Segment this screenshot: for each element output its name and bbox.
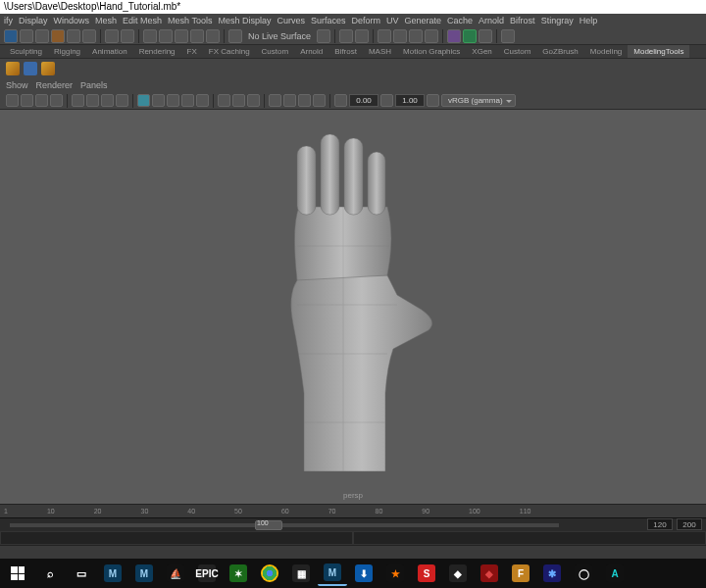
- gate-mask-icon[interactable]: [116, 94, 128, 107]
- taskbar-app-icon[interactable]: ◆: [443, 561, 473, 586]
- taskbar-app-icon[interactable]: ★: [380, 561, 410, 586]
- exposure-icon[interactable]: [334, 94, 347, 107]
- menu-windows[interactable]: Windows: [54, 16, 90, 25]
- wireframe-icon[interactable]: [137, 94, 150, 107]
- shelf-item-sphere-icon[interactable]: [41, 62, 55, 75]
- shelf-tab-custom[interactable]: Custom: [498, 45, 537, 58]
- search-icon[interactable]: ⌕: [35, 561, 65, 586]
- gamma-value[interactable]: 1.00: [395, 94, 425, 107]
- film-gate-icon[interactable]: [86, 94, 99, 107]
- panel-menu-panels[interactable]: Panels: [80, 80, 108, 90]
- bookmark-icon[interactable]: [35, 94, 48, 107]
- aa-icon[interactable]: [298, 94, 311, 107]
- chevron-icon[interactable]: [317, 29, 330, 43]
- shelf-tab-arnold[interactable]: Arnold: [294, 45, 328, 58]
- view-transform-icon[interactable]: [427, 94, 439, 107]
- magnet-icon[interactable]: [228, 29, 242, 43]
- shelf-tab-gozbrush[interactable]: GoZBrush: [536, 45, 583, 58]
- paint-select-icon[interactable]: [35, 29, 49, 43]
- taskbar-app-icon[interactable]: [255, 561, 284, 586]
- menu-edit-mesh[interactable]: Edit Mesh: [123, 16, 162, 25]
- ao-icon[interactable]: [269, 94, 281, 107]
- range-end-a[interactable]: 120: [647, 518, 673, 530]
- shelf-tab-fx[interactable]: FX: [181, 45, 203, 58]
- shelf-tab-rigging[interactable]: Rigging: [48, 45, 86, 58]
- shelf-tab-modeling[interactable]: Modeling: [584, 45, 628, 58]
- menu-display[interactable]: Display: [19, 16, 48, 25]
- history-off-icon[interactable]: [355, 29, 369, 43]
- panel-layout-icon[interactable]: [447, 29, 461, 43]
- shelf-tab-animation[interactable]: Animation: [86, 45, 133, 58]
- range-end-b[interactable]: 200: [677, 518, 702, 530]
- shelf-item-cube-icon[interactable]: [6, 62, 20, 75]
- dof-icon[interactable]: [313, 94, 326, 107]
- exposure-value[interactable]: 0.00: [349, 94, 378, 107]
- menu-cache[interactable]: Cache: [447, 16, 473, 25]
- taskbar-app-icon[interactable]: S: [412, 561, 441, 586]
- menu-stingray[interactable]: Stingray: [541, 16, 574, 25]
- image-plane-icon[interactable]: [50, 94, 63, 107]
- shelf-tab-modelingtools[interactable]: ModelingTools: [628, 45, 689, 58]
- snap-point-icon[interactable]: [175, 29, 188, 43]
- history-on-icon[interactable]: [339, 29, 353, 43]
- volume-icon[interactable]: [479, 29, 492, 43]
- move-tool-icon[interactable]: [51, 29, 65, 43]
- panel-menu-show[interactable]: Show: [6, 80, 28, 90]
- render-view-icon[interactable]: [425, 29, 438, 43]
- taskbar-app-icon[interactable]: M: [318, 561, 347, 586]
- taskbar-app-icon[interactable]: ◆: [475, 561, 504, 586]
- task-view-icon[interactable]: ▭: [67, 561, 96, 586]
- smooth-shade-icon[interactable]: [152, 94, 165, 107]
- shelf-tab-custom[interactable]: Custom: [256, 45, 295, 58]
- gamma-icon[interactable]: [380, 94, 393, 107]
- menu-curves[interactable]: Curves: [277, 16, 305, 25]
- taskbar-app-icon[interactable]: ⬇: [349, 561, 378, 586]
- menu-surfaces[interactable]: Surfaces: [311, 16, 346, 25]
- render-settings-icon[interactable]: [409, 29, 423, 43]
- shelf-tab-rendering[interactable]: Rendering: [133, 45, 181, 58]
- taskbar-app-icon[interactable]: A: [600, 561, 630, 586]
- taskbar-app-icon[interactable]: M: [129, 561, 159, 586]
- xray-joints-icon[interactable]: [247, 94, 260, 107]
- menu-help[interactable]: Help: [580, 16, 598, 25]
- panel-menu-renderer[interactable]: Renderer: [36, 80, 74, 90]
- play-icon[interactable]: [463, 29, 477, 43]
- taskbar-app-icon[interactable]: ✶: [224, 561, 253, 586]
- shelf-item-tool-icon[interactable]: [24, 62, 37, 75]
- shelf-tab-fx-caching[interactable]: FX Caching: [203, 45, 256, 58]
- textured-icon[interactable]: [167, 94, 179, 107]
- time-slider[interactable]: 1102030405060708090100110: [0, 504, 706, 517]
- menu-bifrost[interactable]: Bifrost: [510, 16, 535, 25]
- taskbar-app-icon[interactable]: EPIC: [192, 561, 222, 586]
- shelf-tab-sculpting[interactable]: Sculpting: [4, 45, 48, 58]
- command-input[interactable]: [0, 531, 353, 545]
- xray-icon[interactable]: [232, 94, 245, 107]
- renderer-dropdown[interactable]: vRGB (gamma): [441, 94, 516, 107]
- snap-center-icon[interactable]: [190, 29, 204, 43]
- taskbar-app-icon[interactable]: F: [506, 561, 535, 586]
- undo-icon[interactable]: [105, 29, 119, 43]
- taskbar-app-icon[interactable]: M: [98, 561, 127, 586]
- shelf-tab-motion-graphics[interactable]: Motion Graphics: [397, 45, 466, 58]
- menu-mesh-tools[interactable]: Mesh Tools: [168, 16, 212, 25]
- snap-view-icon[interactable]: [206, 29, 220, 43]
- taskbar-app-icon[interactable]: ⛵: [161, 561, 190, 586]
- grid-icon[interactable]: [72, 94, 84, 107]
- taskbar-app-icon[interactable]: ✱: [537, 561, 567, 586]
- snap-grid-icon[interactable]: [143, 29, 157, 43]
- shelf-tab-bifrost[interactable]: Bifrost: [328, 45, 363, 58]
- select-camera-icon[interactable]: [6, 94, 19, 107]
- taskbar-app-icon[interactable]: ◯: [569, 561, 598, 586]
- account-icon[interactable]: [501, 29, 515, 43]
- redo-icon[interactable]: [121, 29, 134, 43]
- shelf-tab-mash[interactable]: MASH: [363, 45, 397, 58]
- use-lights-icon[interactable]: [181, 94, 194, 107]
- menu-arnold[interactable]: Arnold: [479, 16, 504, 25]
- shelf-tab-xgen[interactable]: XGen: [466, 45, 497, 58]
- rotate-tool-icon[interactable]: [67, 29, 80, 43]
- menu-uv[interactable]: UV: [386, 16, 399, 25]
- range-slider[interactable]: 100 120 200: [0, 517, 706, 531]
- isolate-icon[interactable]: [218, 94, 230, 107]
- menu-deform[interactable]: Deform: [352, 16, 381, 25]
- start-button[interactable]: [2, 561, 33, 586]
